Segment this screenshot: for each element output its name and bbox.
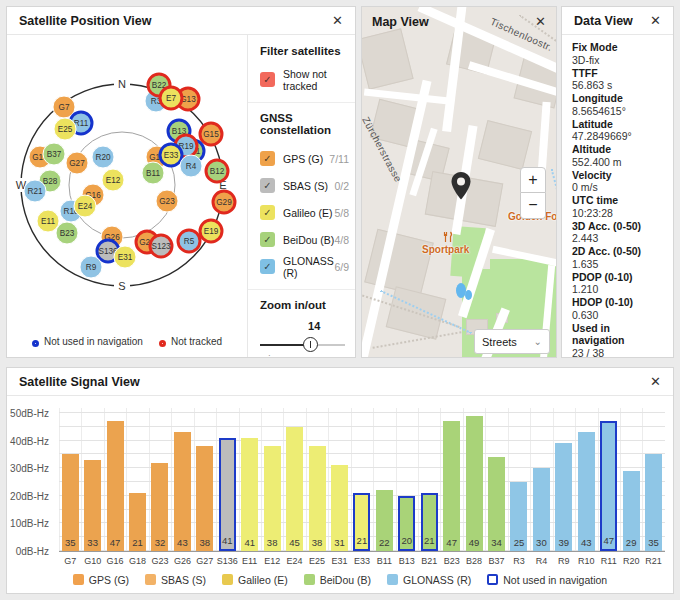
map-zoom-out-button[interactable]: −: [520, 193, 546, 219]
signal-panel-header: Satellite Signal View ✕: [7, 368, 673, 396]
chart-legend-label: Galileo (E): [238, 574, 288, 586]
x-tick-label: R11: [598, 556, 620, 566]
svg-text:S123: S123: [151, 242, 171, 251]
sky-legend-item: Not tracked: [159, 336, 222, 347]
close-icon[interactable]: ✕: [650, 375, 661, 388]
data-row-label: 3D Acc. (0-50): [572, 220, 663, 233]
data-row: Fix Mode3D-fix: [572, 41, 663, 66]
zoom-slider-thumb[interactable]: [303, 337, 318, 352]
bar-G26: 43: [174, 432, 191, 551]
bar-slot: 38: [194, 446, 216, 551]
bar-R10: 43: [578, 432, 595, 551]
map-zoom-controls: + −: [520, 167, 546, 219]
data-row-label: PDOP (0-10): [572, 271, 663, 284]
x-tick-label: B37: [485, 556, 507, 566]
chart-legend-item: GPS (G): [73, 574, 129, 586]
bar-value: 38: [309, 537, 326, 548]
constellation-checkbox[interactable]: ✓: [260, 205, 275, 220]
bars-container: 3533472132433841413845383121222021474934…: [59, 408, 665, 551]
compass-label-n: N: [118, 78, 126, 90]
constellation-checkbox[interactable]: ✓: [260, 259, 275, 274]
legend-swatch-icon: [73, 574, 84, 585]
constellation-heading: GNSS constellation: [260, 112, 349, 136]
data-row-value: 8.5654615°: [572, 105, 663, 117]
satellite-R5: R5: [178, 230, 200, 252]
map-zoom-in-button[interactable]: +: [520, 167, 546, 193]
compass-label-s: S: [118, 280, 125, 292]
data-row: Altitude552.400 m: [572, 143, 663, 168]
y-axis-labels: 0dB-Hz10dB-Hz20dB-Hz30dB-Hz40dB-Hz50dB-H…: [7, 408, 55, 552]
constellation-count: 7/11: [329, 153, 349, 165]
x-tick-label: G27: [194, 556, 216, 566]
zoom-slider-track[interactable]: [260, 344, 345, 346]
bar-value: 30: [533, 537, 550, 548]
bar-slot: 33: [81, 460, 103, 551]
signal-panel-title: Satellite Signal View: [19, 375, 140, 389]
x-tick-label: E31: [328, 556, 350, 566]
bar-value: 47: [443, 537, 460, 548]
satellite-E19: E19: [200, 220, 222, 242]
bar-value: 21: [423, 535, 436, 546]
divider: [248, 289, 356, 290]
satellite-S123: S123: [150, 235, 172, 257]
bar-value: 31: [331, 537, 348, 548]
position-panel-title: Satellite Position View: [19, 14, 151, 28]
data-row: Velocity0 m/s: [572, 169, 663, 194]
x-tick-label: B23: [440, 556, 462, 566]
satellite-G23: G23: [156, 190, 178, 212]
data-row: 2D Acc. (0-50)1.635: [572, 245, 663, 270]
constellation-row: ✓GPS (G)7/11: [260, 145, 349, 172]
satellite-B37: B37: [43, 143, 65, 165]
bar-value: 38: [264, 537, 281, 548]
zoom-heading: Zoom in/out: [260, 299, 349, 311]
bar-value: 45: [286, 537, 303, 548]
bar-slot: 47: [440, 421, 462, 551]
bar-slot: 29: [620, 471, 642, 551]
constellation-label: Galileo (E): [283, 207, 334, 219]
gnss-dashboard: { "icons": { "close": "✕", "check": "✓",…: [0, 0, 680, 600]
data-row-value: 1.635: [572, 258, 663, 270]
zoom-minmax: min max: [260, 354, 345, 358]
bar-R3: 25: [510, 482, 527, 551]
map-road: [537, 102, 550, 177]
bar-R11: 47: [600, 421, 617, 551]
data-field-list: Fix Mode3D-fixTTFF56.863 sLongitude8.565…: [562, 35, 673, 358]
bar-slot: 32: [149, 463, 171, 551]
data-row-label: Velocity: [572, 169, 663, 182]
data-row: HDOP (0-10)0.630: [572, 296, 663, 321]
x-tick-label: G10: [81, 556, 103, 566]
svg-text:R9: R9: [86, 263, 97, 272]
svg-text:G7: G7: [59, 103, 70, 112]
show-not-tracked-checkbox[interactable]: ✓: [260, 72, 275, 87]
constellation-checkbox[interactable]: ✓: [260, 151, 275, 166]
satellite-B12: B12: [206, 160, 228, 182]
map-panel: Tischenloostr. Zürcherstrasse Sportpark …: [361, 6, 557, 358]
constellation-checkbox[interactable]: ✓: [260, 232, 275, 247]
bar-slot: 25: [508, 482, 530, 551]
close-icon[interactable]: ✕: [332, 14, 343, 27]
x-tick-label: E25: [306, 556, 328, 566]
bar-value: 41: [221, 535, 234, 546]
map-road: [442, 6, 467, 132]
svg-text:E12: E12: [106, 176, 121, 185]
svg-text:R4: R4: [186, 162, 197, 171]
data-row: TTFF56.863 s: [572, 67, 663, 92]
close-icon[interactable]: ✕: [535, 15, 546, 28]
svg-text:E31: E31: [118, 253, 133, 262]
svg-text:R21: R21: [27, 187, 42, 196]
x-tick-label: R3: [508, 556, 530, 566]
bar-value: 32: [151, 537, 168, 548]
bar-E11: 41: [241, 438, 258, 551]
data-row: Latitude47.2849669°: [572, 118, 663, 143]
constellation-checkbox[interactable]: ✓: [260, 178, 275, 193]
map-style-dropdown[interactable]: Streets ⌄: [474, 329, 550, 354]
satellite-G15: G15: [200, 123, 222, 145]
x-tick-label: R4: [530, 556, 552, 566]
close-icon[interactable]: ✕: [650, 14, 661, 27]
filter-sidebar: Filter satellites ✓ Show not tracked GNS…: [247, 35, 356, 357]
bar-B21: 21: [421, 493, 438, 551]
map-road: [364, 89, 449, 105]
bar-E33: 21: [353, 493, 370, 551]
bar-slot: 39: [553, 443, 575, 551]
satellite-B11: B11: [142, 162, 164, 184]
